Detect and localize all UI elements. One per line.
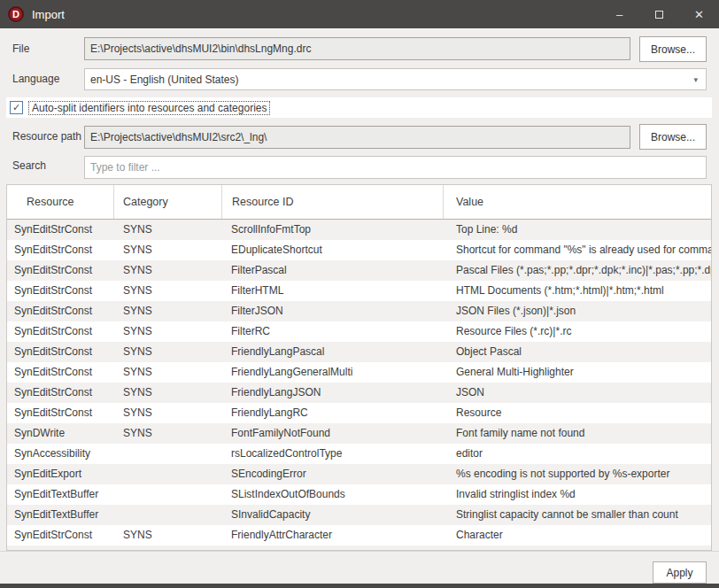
table-cell: SYNS	[114, 383, 222, 403]
language-selected-value: en-US - English (United States)	[90, 74, 238, 86]
table-cell: SYNS	[114, 301, 222, 321]
table-cell: FilterRC	[222, 321, 444, 342]
table-cell	[114, 464, 222, 484]
table-cell: SListIndexOutOfBounds	[222, 484, 444, 505]
column-header-resource-id[interactable]: Resource ID	[222, 185, 444, 219]
table-cell: SynEditStrConst	[7, 240, 114, 260]
table-cell: SEncodingError	[222, 464, 444, 484]
close-button[interactable]: ✕	[679, 0, 719, 28]
table-row[interactable]: SynEditStrConstSYNSEDuplicateShortcutSho…	[7, 240, 711, 260]
table-cell: Resource Files (*.rc)|*.rc	[444, 321, 711, 342]
table-cell: SynEditStrConst	[7, 362, 114, 383]
table-cell	[114, 444, 222, 464]
table-row[interactable]: SynEditStrConstSYNSFriendlyLangGeneralMu…	[7, 362, 711, 383]
table-cell: Font family name not found	[444, 423, 711, 444]
footer-bar: Apply	[0, 551, 719, 584]
table-row[interactable]: SynEditStrConstSYNSFriendlyLangJSONJSON	[7, 383, 711, 403]
resource-path-browse-button[interactable]: Browse...	[639, 124, 707, 150]
table-cell: SYNS	[114, 281, 222, 301]
table-body: SynEditStrConstSYNSScrollInfoFmtTopTop L…	[7, 220, 711, 551]
table-cell: EDuplicateShortcut	[222, 240, 444, 260]
table-row[interactable]: SynEditExportSEncodingError%s encoding i…	[7, 464, 711, 484]
table-cell: Object Pascal	[444, 342, 711, 362]
autosplit-row: ✓ Auto-split identifiers into resources …	[6, 97, 712, 118]
table-cell: HTML Documents (*.htm;*.html)|*.htm;*.ht…	[444, 281, 711, 301]
table-cell: SynEditExport	[7, 464, 114, 484]
column-header-resource[interactable]: Resource	[7, 185, 114, 219]
resource-path-input[interactable]: E:\Projects\active\dhsMUI2\src2\_lng\	[84, 126, 630, 149]
table-row[interactable]: SynEditTextBufferSInvalidCapacityStringl…	[7, 505, 711, 525]
maximize-button[interactable]	[639, 0, 679, 28]
table-row[interactable]: SynEditStrConstSYNSFilterHTMLHTML Docume…	[7, 281, 711, 301]
table-cell: SynEditStrConst	[7, 383, 114, 403]
file-label: File	[12, 43, 29, 55]
table-cell: SYNS	[114, 342, 222, 362]
table-row[interactable]: SynEditStrConstSYNSFilterPascalPascal Fi…	[7, 260, 711, 281]
table-cell: SynEditStrConst	[7, 260, 114, 281]
search-placeholder: Type to filter ...	[90, 161, 160, 174]
chevron-down-icon: ▾	[693, 75, 706, 84]
table-row[interactable]: SynEditStrConstSYNSFilterJSONJSON Files …	[7, 301, 711, 321]
table-cell: SYNS	[114, 240, 222, 260]
file-path-input[interactable]: E:\Projects\active\dhsMUI2\bin\dhsLngMng…	[84, 37, 630, 60]
table-cell: Shortcut for command "%s" is already use…	[444, 240, 711, 260]
table-row[interactable]: SynEditStrConstSYNSScrollInfoFmtTopTop L…	[7, 220, 711, 240]
autosplit-checkbox[interactable]: ✓	[10, 101, 23, 114]
resource-table: Resource Category Resource ID Value SynE…	[6, 184, 712, 551]
language-select[interactable]: en-US - English (United States) ▾	[84, 68, 707, 90]
table-cell: SYNS	[114, 260, 222, 281]
table-row[interactable]: SynDWriteSYNSFontFamilyNotFoundFont fami…	[7, 423, 711, 444]
table-cell	[114, 505, 222, 525]
table-cell: Character	[444, 525, 711, 545]
minimize-button[interactable]: –	[599, 0, 639, 28]
table-cell: SynEditStrConst	[7, 301, 114, 321]
table-cell: %s encoding is not supported by %s-expor…	[444, 464, 711, 484]
search-input[interactable]: Type to filter ...	[84, 156, 707, 179]
table-cell: Pascal Files (*.pas;*.pp;*.dpr;*.dpk;*.i…	[444, 260, 711, 281]
close-icon: ✕	[694, 8, 704, 21]
table-row[interactable]: SynEditStrConstSYNSFilterRCResource File…	[7, 321, 711, 342]
table-cell: FriendlyLangPascal	[222, 342, 444, 362]
dialog-content: File E:\Projects\active\dhsMUI2\bin\dhsL…	[0, 28, 719, 588]
table-cell: SynAccessibility	[7, 444, 114, 464]
table-cell: SYNS	[114, 403, 222, 423]
table-header: Resource Category Resource ID Value	[7, 185, 711, 220]
column-header-category[interactable]: Category	[114, 185, 222, 219]
table-cell: JSON Files (*.json)|*.json	[444, 301, 711, 321]
table-cell: SYNS	[114, 423, 222, 444]
table-cell: SynDWrite	[7, 423, 114, 444]
table-cell: SYNS	[114, 362, 222, 383]
table-cell: Invalid stringlist index %d	[444, 484, 711, 505]
column-header-value[interactable]: Value	[444, 185, 711, 219]
table-cell: SynEditStrConst	[7, 321, 114, 342]
window-bottom-edge	[0, 584, 719, 588]
autosplit-label[interactable]: Auto-split identifiers into resources an…	[28, 101, 270, 115]
table-cell: FriendlyLangRC	[222, 403, 444, 423]
table-row[interactable]: SynAccessibilityrsLocalizedControlTypeed…	[7, 444, 711, 464]
window-title: Import	[32, 8, 65, 21]
language-label: Language	[12, 73, 59, 85]
table-cell: Resource	[444, 403, 711, 423]
title-bar: D Import – ✕	[0, 0, 719, 28]
table-row[interactable]: SynEditStrConstSYNSFriendlyLangRCResourc…	[7, 403, 711, 423]
table-cell: editor	[444, 444, 711, 464]
table-row[interactable]: SynEditStrConstSYNSFriendlyAttrCharacter…	[7, 525, 711, 545]
table-cell: SYNS	[114, 220, 222, 240]
table-cell	[114, 484, 222, 505]
table-cell: SynEditStrConst	[7, 525, 114, 545]
resource-path-label: Resource path	[12, 130, 81, 143]
apply-button[interactable]: Apply	[653, 561, 707, 584]
table-cell: FilterJSON	[222, 301, 444, 321]
table-cell: FontFamilyNotFound	[222, 423, 444, 444]
file-browse-button[interactable]: Browse...	[639, 36, 707, 62]
table-row[interactable]: SynEditTextBufferSListIndexOutOfBoundsIn…	[7, 484, 711, 505]
checkmark-icon: ✓	[12, 102, 20, 113]
table-cell: FilterHTML	[222, 281, 444, 301]
search-label: Search	[12, 159, 46, 172]
maximize-icon	[655, 11, 663, 19]
table-cell: FriendlyLangJSON	[222, 383, 444, 403]
table-row[interactable]: SynEditStrConstSYNSFriendlyLangPascalObj…	[7, 342, 711, 362]
table-cell: rsLocalizedControlType	[222, 444, 444, 464]
table-cell: JSON	[444, 383, 711, 403]
table-cell: FilterPascal	[222, 260, 444, 281]
